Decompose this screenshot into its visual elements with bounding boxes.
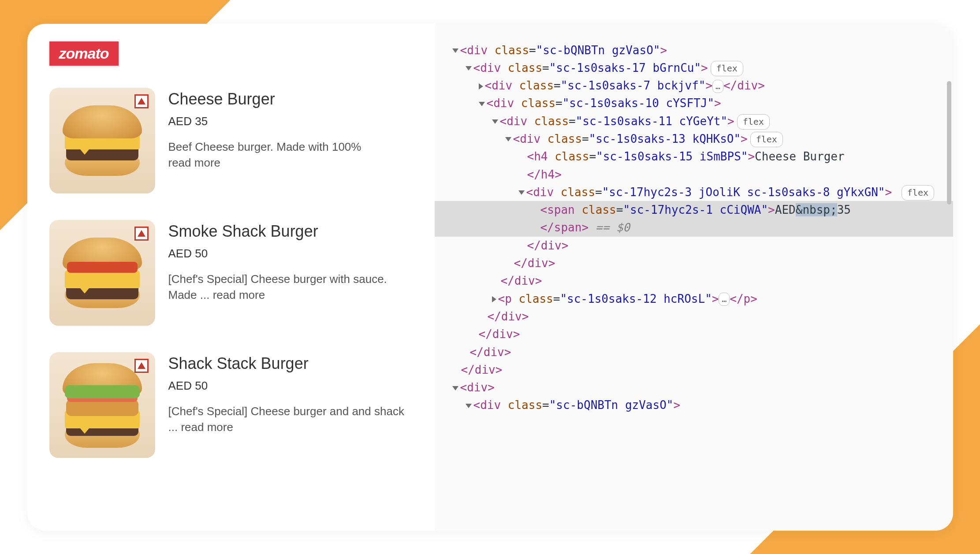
dom-node[interactable]: <div class="sc-1s0saks-13 kQHKsO">flex xyxy=(452,130,944,148)
collapse-arrow-icon[interactable] xyxy=(505,137,511,141)
flex-badge[interactable]: flex xyxy=(737,114,770,130)
item-description: [Chef's Special] Cheese burger with sauc… xyxy=(168,271,413,303)
scrollbar[interactable] xyxy=(947,81,951,204)
item-description: Beef Cheese burger. Made with 100% read … xyxy=(168,139,413,171)
item-price: AED 35 xyxy=(168,115,413,128)
nonveg-badge-icon xyxy=(134,227,149,241)
dom-node[interactable]: </div> xyxy=(452,361,944,379)
item-title: Cheese Burger xyxy=(168,90,413,108)
dom-node[interactable]: <p class="sc-1s0saks-12 hcROsL">…</p> xyxy=(452,290,944,308)
expand-arrow-icon[interactable] xyxy=(492,296,496,302)
nonveg-badge-icon xyxy=(134,359,149,373)
dom-node[interactable]: </div> xyxy=(452,308,944,325)
main-card: zomato Cheese Burger AED 35 Beef Cheese … xyxy=(27,24,953,531)
dom-node[interactable]: </div> xyxy=(452,325,944,343)
collapse-arrow-icon[interactable] xyxy=(518,190,525,195)
flex-badge[interactable]: flex xyxy=(711,61,743,76)
dom-node[interactable]: <div class="sc-1s0saks-7 bckjvf">…</div> xyxy=(452,77,944,94)
item-price: AED 50 xyxy=(168,379,413,393)
ellipsis-icon[interactable]: … xyxy=(712,80,723,93)
food-image xyxy=(49,352,155,458)
item-price: AED 50 xyxy=(168,247,413,260)
dom-node[interactable]: </div> xyxy=(452,237,944,254)
read-more-link[interactable]: read more xyxy=(213,288,265,301)
dom-node[interactable]: <div> xyxy=(452,379,944,396)
dom-node-selected[interactable]: <span class="sc-17hyc2s-1 cCiQWA">AED&nb… xyxy=(435,201,953,237)
menu-panel: zomato Cheese Burger AED 35 Beef Cheese … xyxy=(27,24,435,531)
flex-badge[interactable]: flex xyxy=(902,185,934,201)
nonveg-badge-icon xyxy=(134,94,149,108)
collapse-arrow-icon[interactable] xyxy=(492,119,498,124)
item-info: Cheese Burger AED 35 Beef Cheese burger.… xyxy=(168,88,413,193)
dom-node[interactable]: <div class="sc-1s0saks-10 cYSFTJ"> xyxy=(452,94,944,112)
menu-item[interactable]: Cheese Burger AED 35 Beef Cheese burger.… xyxy=(49,88,413,193)
item-description: [Chef's Special] Cheese burger and and s… xyxy=(168,403,413,435)
expand-arrow-icon[interactable] xyxy=(479,83,483,89)
zomato-logo: zomato xyxy=(49,41,119,66)
food-image xyxy=(49,220,155,326)
food-image xyxy=(49,88,155,193)
collapse-arrow-icon[interactable] xyxy=(479,102,485,106)
flex-badge[interactable]: flex xyxy=(750,132,783,147)
devtools-panel[interactable]: <div class="sc-bQNBTn gzVasO"> <div clas… xyxy=(435,24,953,531)
menu-item[interactable]: Smoke Shack Burger AED 50 [Chef's Specia… xyxy=(49,220,413,326)
read-more-link[interactable]: read more xyxy=(168,156,221,169)
collapse-arrow-icon[interactable] xyxy=(466,66,472,71)
item-title: Smoke Shack Burger xyxy=(168,222,413,241)
dom-node[interactable]: <h4 class="sc-1s0saks-15 iSmBPS">Cheese … xyxy=(452,148,944,183)
item-title: Shack Stack Burger xyxy=(168,354,413,373)
dom-node[interactable]: <div class="sc-1s0saks-11 cYGeYt">flex xyxy=(452,112,944,130)
dom-node[interactable]: <div class="sc-17hyc2s-3 jOoliK sc-1s0sa… xyxy=(452,183,944,201)
dom-node[interactable]: <div class="sc-bQNBTn gzVasO"> xyxy=(452,41,944,59)
collapse-arrow-icon[interactable] xyxy=(452,48,458,53)
dom-node[interactable]: </div> xyxy=(452,343,944,361)
dom-node[interactable]: <div class="sc-bQNBTn gzVasO"> xyxy=(452,396,944,414)
read-more-link[interactable]: read more xyxy=(181,420,233,434)
collapse-arrow-icon[interactable] xyxy=(452,386,458,390)
ellipsis-icon[interactable]: … xyxy=(719,293,730,306)
dom-node[interactable]: <div class="sc-1s0saks-17 bGrnCu">flex xyxy=(452,59,944,77)
collapse-arrow-icon[interactable] xyxy=(466,404,472,408)
dom-node[interactable]: </div> xyxy=(452,272,944,290)
item-info: Shack Stack Burger AED 50 [Chef's Specia… xyxy=(168,352,413,458)
dom-node[interactable]: </div> xyxy=(452,254,944,272)
menu-item[interactable]: Shack Stack Burger AED 50 [Chef's Specia… xyxy=(49,352,413,458)
item-info: Smoke Shack Burger AED 50 [Chef's Specia… xyxy=(168,220,413,326)
